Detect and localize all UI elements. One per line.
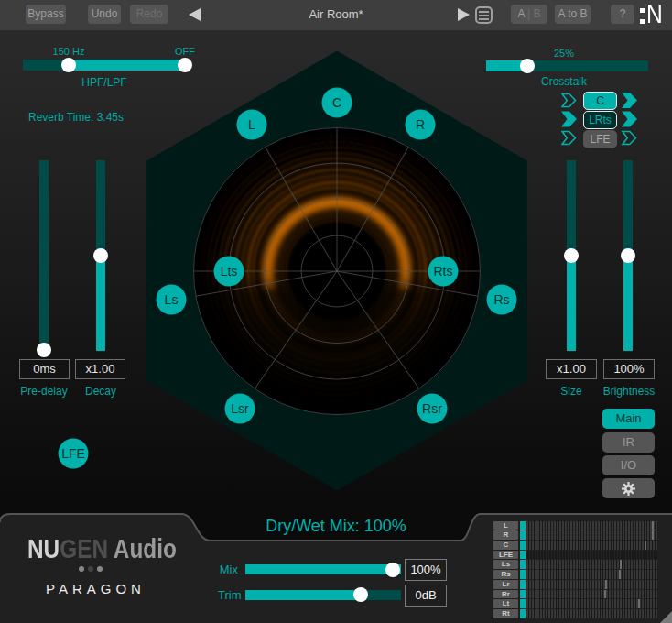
brand-dot — [79, 566, 84, 572]
product-name: PARAGON — [46, 581, 146, 596]
routing-in-chevron-lfe[interactable] — [562, 132, 576, 145]
meter-channel-label: L — [493, 521, 518, 530]
meter-peak-tick — [620, 560, 622, 569]
meter-level — [520, 530, 526, 540]
meter-level — [520, 570, 526, 579]
meter-track — [526, 570, 657, 579]
meter-row-rr: Rr — [465, 590, 672, 599]
meter-row-c: C — [465, 541, 672, 550]
routing-out-chevron-lrts[interactable] — [622, 112, 637, 127]
trim-value[interactable]: 0dB — [405, 585, 447, 607]
meter-channel-label: LFE — [493, 551, 518, 560]
routing-in-chevron-c[interactable] — [562, 94, 576, 107]
dry-wet-mix-label: Dry/Wet Mix: 100% — [199, 517, 473, 536]
meter-track — [526, 560, 657, 569]
mix-slider[interactable] — [245, 564, 401, 574]
meter-level — [520, 560, 526, 569]
meter-channel-label: Rt — [493, 609, 518, 618]
meter-peak-tick — [619, 570, 621, 579]
routing-in-chevron-lrts[interactable] — [561, 112, 577, 127]
trim-slider[interactable] — [245, 590, 401, 600]
meter-channel-label: Lr — [493, 580, 518, 589]
meter-row-lt: Lt — [465, 599, 672, 608]
meter-level — [520, 551, 526, 560]
trim-label: Trim — [218, 588, 238, 602]
brand-logo: NUGEN Audio — [27, 536, 177, 563]
meter-peak-tick — [652, 530, 654, 540]
meter-row-l: L — [465, 521, 672, 530]
meter-row-lfe: LFE — [465, 551, 672, 560]
trim-handle[interactable] — [353, 587, 368, 602]
meter-channel-label: Ls — [493, 560, 518, 569]
meter-row-rs: Rs — [465, 570, 672, 579]
mix-handle[interactable] — [385, 563, 400, 577]
mix-value[interactable]: 100% — [405, 559, 447, 581]
meter-peak-tick — [604, 590, 606, 599]
output-meters: LRCLFELsRsLrRrLtRt — [465, 514, 672, 623]
meter-peak-tick — [638, 599, 640, 608]
meter-channel-label: Rs — [493, 570, 518, 579]
meter-track — [526, 530, 657, 540]
meter-track — [526, 580, 657, 589]
meter-peak-tick — [605, 580, 607, 589]
meter-channel-label: Lt — [493, 599, 518, 608]
routing-out-chevron-c[interactable] — [622, 93, 637, 108]
meter-track — [526, 521, 657, 530]
meter-channel-label: Rr — [493, 590, 518, 599]
meter-level — [520, 599, 526, 608]
meter-row-r: R — [465, 530, 672, 540]
meter-level — [520, 609, 526, 618]
resize-grip[interactable] — [660, 611, 672, 623]
meter-track — [526, 590, 657, 599]
meter-channel-label: C — [493, 541, 518, 550]
brand-dot — [97, 566, 103, 572]
mix-label: Mix — [218, 563, 238, 576]
meter-level — [520, 590, 526, 599]
meter-row-lr: Lr — [465, 580, 672, 589]
meter-level — [520, 521, 526, 530]
brand-dot — [88, 566, 93, 572]
meter-track — [526, 541, 657, 550]
routing-out-chevron-lfe[interactable] — [623, 132, 636, 145]
meter-peak-tick — [645, 541, 646, 550]
meter-row-rt: Rt — [465, 609, 672, 618]
meter-track — [526, 609, 657, 618]
meter-channel-label: R — [493, 530, 518, 540]
meter-level — [520, 580, 526, 589]
meter-peak-tick — [652, 521, 654, 530]
meter-row-ls: Ls — [465, 560, 672, 569]
routing-matrix — [561, 93, 638, 149]
meter-track — [526, 551, 657, 560]
meter-level — [520, 541, 526, 550]
